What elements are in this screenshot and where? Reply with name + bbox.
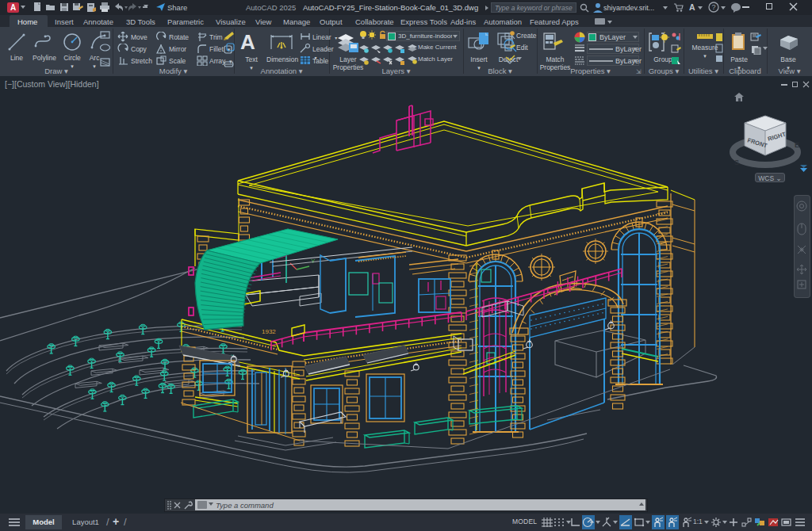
svg-text:1932: 1932 (262, 328, 276, 335)
svg-text:?: ? (711, 3, 715, 11)
svg-text:S: S (734, 159, 739, 166)
svg-text:E: E (795, 141, 799, 149)
svg-text:Y: Y (311, 258, 316, 265)
